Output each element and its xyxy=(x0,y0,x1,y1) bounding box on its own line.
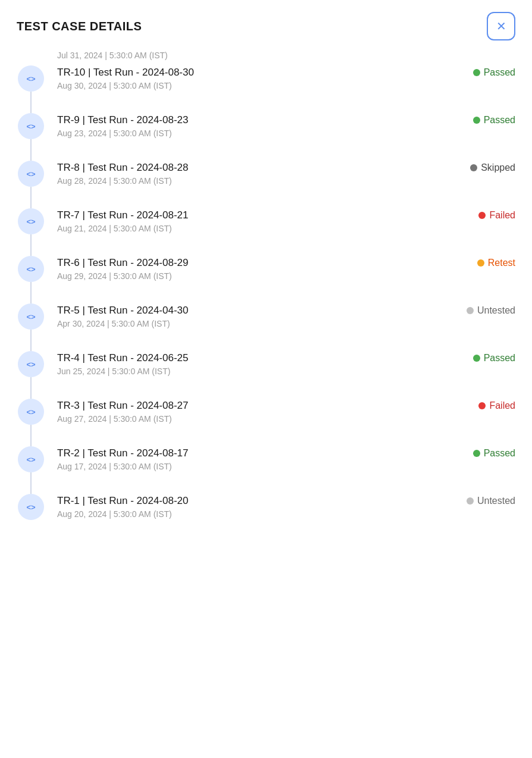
item-title: TR-6 | Test Run - 2024-08-29 xyxy=(57,257,189,269)
status-text: Passed xyxy=(484,115,515,126)
truncated-date: Jul 31, 2024 | 5:30:0 AM (IST) xyxy=(57,51,168,60)
status-dot xyxy=(473,450,480,457)
status-badge: Untested xyxy=(467,305,515,316)
item-title: TR-5 | Test Run - 2024-04-30 xyxy=(57,305,189,317)
status-dot xyxy=(473,117,480,124)
item-title: TR-10 | Test Run - 2024-08-30 xyxy=(57,67,194,79)
scroll-area: Jul 31, 2024 | 5:30:0 AM (IST) <>TR-10 |… xyxy=(0,50,532,537)
status-text: Skipped xyxy=(481,162,515,173)
test-run-icon[interactable]: <> xyxy=(18,399,44,425)
list-item: <>TR-3 | Test Run - 2024-08-27FailedAug … xyxy=(17,399,515,446)
item-title: TR-3 | Test Run - 2024-08-27 xyxy=(57,400,189,412)
status-dot xyxy=(473,69,480,76)
timeline-connector xyxy=(30,472,32,494)
list-item: <>TR-9 | Test Run - 2024-08-23PassedAug … xyxy=(17,113,515,161)
status-badge: Passed xyxy=(473,115,515,126)
timeline-connector xyxy=(30,377,32,399)
item-date: Aug 28, 2024 | 5:30:0 AM (IST) xyxy=(57,176,515,186)
list-item: <>TR-6 | Test Run - 2024-08-29RetestAug … xyxy=(17,256,515,303)
status-dot xyxy=(470,164,477,171)
item-title: TR-4 | Test Run - 2024-06-25 xyxy=(57,352,189,364)
test-run-icon[interactable]: <> xyxy=(18,161,44,187)
list-item: <>TR-2 | Test Run - 2024-08-17PassedAug … xyxy=(17,446,515,494)
status-text: Failed xyxy=(489,400,515,411)
status-dot xyxy=(467,307,474,314)
status-text: Retest xyxy=(488,258,515,268)
status-text: Untested xyxy=(477,496,515,506)
status-badge: Passed xyxy=(473,67,515,78)
header: TEST CASE DETAILS ✕ xyxy=(0,0,532,50)
test-run-icon[interactable]: <> xyxy=(18,351,44,377)
item-title: TR-1 | Test Run - 2024-08-20 xyxy=(57,495,189,507)
status-badge: Passed xyxy=(473,448,515,459)
status-text: Passed xyxy=(484,353,515,364)
status-dot xyxy=(478,212,486,219)
test-run-icon[interactable]: <> xyxy=(18,446,44,472)
item-title: TR-8 | Test Run - 2024-08-28 xyxy=(57,162,189,174)
list-item: <>TR-8 | Test Run - 2024-08-28SkippedAug… xyxy=(17,161,515,208)
status-text: Passed xyxy=(484,67,515,78)
test-run-icon[interactable]: <> xyxy=(18,494,44,520)
timeline-connector xyxy=(30,139,32,161)
timeline-connector xyxy=(30,282,32,303)
close-icon: ✕ xyxy=(496,19,506,33)
status-dot xyxy=(477,259,484,267)
list-item: <>TR-4 | Test Run - 2024-06-25PassedJun … xyxy=(17,351,515,399)
test-run-icon[interactable]: <> xyxy=(18,113,44,139)
timeline-connector xyxy=(30,330,32,351)
status-text: Passed xyxy=(484,448,515,459)
status-dot xyxy=(467,497,474,505)
test-run-icon[interactable]: <> xyxy=(18,256,44,282)
close-button[interactable]: ✕ xyxy=(487,12,515,40)
list-item: <>TR-10 | Test Run - 2024-08-30PassedAug… xyxy=(17,65,515,113)
status-badge: Failed xyxy=(478,400,515,411)
item-title: TR-2 | Test Run - 2024-08-17 xyxy=(57,447,189,459)
item-date: Aug 30, 2024 | 5:30:0 AM (IST) xyxy=(57,81,515,90)
item-date: Aug 21, 2024 | 5:30:0 AM (IST) xyxy=(57,224,515,233)
list-item: <>TR-1 | Test Run - 2024-08-20UntestedAu… xyxy=(17,494,515,520)
item-date: Aug 20, 2024 | 5:30:0 AM (IST) xyxy=(57,509,515,519)
status-dot xyxy=(473,355,480,362)
item-date: Aug 23, 2024 | 5:30:0 AM (IST) xyxy=(57,129,515,138)
status-dot xyxy=(478,402,486,409)
item-title: TR-7 | Test Run - 2024-08-21 xyxy=(57,209,189,221)
status-badge: Passed xyxy=(473,353,515,364)
timeline-connector xyxy=(30,234,32,256)
timeline-connector xyxy=(30,92,32,113)
item-title: TR-9 | Test Run - 2024-08-23 xyxy=(57,114,189,126)
test-run-icon[interactable]: <> xyxy=(18,65,44,92)
item-date: Aug 17, 2024 | 5:30:0 AM (IST) xyxy=(57,462,515,471)
test-run-icon[interactable]: <> xyxy=(18,303,44,330)
status-badge: Failed xyxy=(478,210,515,221)
status-text: Untested xyxy=(477,305,515,316)
list-item: <>TR-5 | Test Run - 2024-04-30UntestedAp… xyxy=(17,303,515,351)
timeline-connector xyxy=(30,187,32,208)
item-date: Jun 25, 2024 | 5:30:0 AM (IST) xyxy=(57,367,515,376)
list-item: <>TR-7 | Test Run - 2024-08-21FailedAug … xyxy=(17,208,515,256)
timeline-connector xyxy=(30,425,32,446)
test-run-icon[interactable]: <> xyxy=(18,208,44,234)
status-badge: Untested xyxy=(467,496,515,506)
status-text: Failed xyxy=(489,210,515,221)
timeline: <>TR-10 | Test Run - 2024-08-30PassedAug… xyxy=(17,65,515,520)
item-date: Aug 27, 2024 | 5:30:0 AM (IST) xyxy=(57,414,515,424)
status-badge: Retest xyxy=(477,258,515,268)
page-title: TEST CASE DETAILS xyxy=(17,20,142,33)
item-date: Aug 29, 2024 | 5:30:0 AM (IST) xyxy=(57,271,515,281)
item-date: Apr 30, 2024 | 5:30:0 AM (IST) xyxy=(57,319,515,328)
page-container: TEST CASE DETAILS ✕ Jul 31, 2024 | 5:30:… xyxy=(0,0,532,758)
status-badge: Skipped xyxy=(470,162,515,173)
